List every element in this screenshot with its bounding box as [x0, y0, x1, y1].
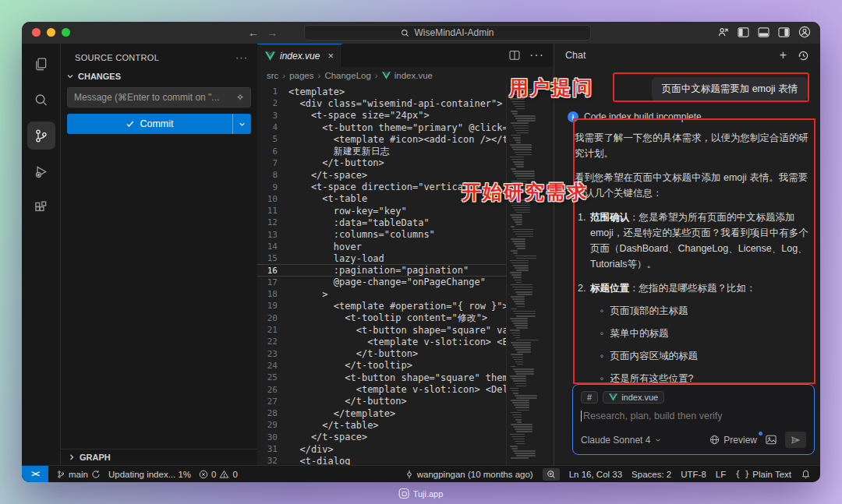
new-chat-icon[interactable]: +	[780, 49, 787, 62]
split-editor-icon[interactable]	[509, 51, 520, 60]
watermark-text: Tuji.app	[413, 489, 444, 499]
changes-label: CHANGES	[78, 72, 121, 81]
branch-item[interactable]: main	[56, 470, 101, 479]
minimize-window-button[interactable]	[47, 28, 55, 37]
code-line[interactable]: 4 <t-button theme="primary" @click="visi…	[257, 122, 506, 133]
commit-button[interactable]: Commit	[67, 114, 251, 134]
notifications-bell-icon[interactable]	[801, 469, 811, 479]
eol-sequence[interactable]: LF	[716, 470, 726, 479]
code-line[interactable]: 29 </t-table>	[257, 419, 506, 431]
code-line[interactable]: 5 <template #icon><add-icon /></template	[257, 133, 506, 145]
code-line[interactable]: 31 </div>	[257, 443, 506, 455]
annotation-user-question-label: 用户提问	[509, 75, 593, 100]
explorer-icon[interactable]	[27, 50, 55, 78]
editor-more-actions-icon[interactable]: ···	[529, 48, 544, 62]
toggle-sidebar-icon[interactable]	[738, 27, 749, 37]
minimap[interactable]	[506, 83, 543, 465]
model-name: Claude Sonnet 4	[581, 435, 650, 446]
navigate-back-icon[interactable]: ←	[248, 26, 259, 40]
tab-bar: index.vue × ···	[257, 44, 554, 67]
chat-history-icon[interactable]	[798, 50, 809, 62]
chat-input-box[interactable]: #index.vue Research, plan, build then ve…	[572, 384, 815, 455]
code-line[interactable]: 30 </t-space>	[257, 432, 506, 443]
code-line[interactable]: 1<template>	[257, 86, 506, 97]
line-number: 6	[257, 146, 288, 157]
preview-button[interactable]: Preview	[709, 435, 757, 446]
chat-input-placeholder[interactable]: Research, plan, build then verify	[583, 411, 723, 421]
breadcrumb-file[interactable]: index.vue	[394, 71, 433, 80]
code-line[interactable]: 2 <div class="wisemind-api-container">	[257, 97, 506, 109]
account-icon[interactable]	[798, 26, 811, 38]
code-line[interactable]: 28 </template>	[257, 407, 506, 419]
toggle-secondary-sidebar-icon[interactable]	[778, 27, 790, 37]
commit-message-placeholder: Message (⌘Enter to commit on "...	[74, 92, 236, 103]
attach-image-icon[interactable]	[766, 435, 777, 445]
close-window-button[interactable]	[32, 28, 41, 37]
code-line[interactable]: 20 <t-tooltip content="修改">	[257, 312, 506, 324]
code-line[interactable]: 3 <t-space size="24px">	[257, 110, 506, 122]
language-mode[interactable]: { } Plain Text	[735, 470, 791, 479]
model-selector[interactable]: Claude Sonnet 4	[581, 435, 662, 446]
code-line[interactable]: 24 </t-tooltip>	[257, 360, 506, 372]
commit-dropdown-button[interactable]	[232, 114, 251, 134]
code-text: <t-dialog	[288, 456, 350, 465]
warnings-count: 0	[232, 470, 237, 479]
zoom-window-button[interactable]	[62, 28, 70, 37]
commit-message-input[interactable]: Message (⌘Enter to commit on "... ✧	[67, 87, 251, 107]
context-chip[interactable]: index.vue	[603, 391, 664, 404]
remote-indicator[interactable]: ><	[22, 466, 48, 482]
vue-icon	[265, 51, 275, 61]
breadcrumb-pages[interactable]: pages	[289, 71, 313, 80]
source-control-icon[interactable]	[27, 122, 55, 150]
code-lines[interactable]: 1<template>2 <div class="wisemind-api-co…	[257, 83, 506, 465]
navigate-forward-icon[interactable]: →	[267, 26, 278, 40]
code-text: </t-table>	[288, 420, 379, 431]
toggle-panel-icon[interactable]	[758, 27, 769, 37]
graph-section-header[interactable]: GRAPH	[61, 449, 257, 465]
cursor-position[interactable]: Ln 16, Col 33	[569, 470, 622, 479]
changes-section-header[interactable]: CHANGES	[61, 69, 257, 86]
indexing-status[interactable]: Updating index... 1%	[108, 470, 191, 479]
command-center-search[interactable]: WiseMindAI-Admin	[304, 25, 591, 41]
zoom-indicator[interactable]	[543, 468, 560, 481]
send-button[interactable]	[785, 432, 806, 448]
profile-arrow-icon[interactable]	[717, 26, 729, 38]
code-line[interactable]: 26 <template v-slot:icon> <DeleteIco	[257, 383, 506, 395]
code-line[interactable]: 32 <t-dialog	[257, 455, 506, 465]
code-line[interactable]: 6 新建更新日志	[257, 145, 506, 157]
search-sidebar-icon[interactable]	[27, 86, 55, 114]
git-blame-item[interactable]: wangpingan (10 months ago)	[405, 470, 533, 479]
code-line[interactable]: 14 hover	[257, 241, 506, 252]
code-text: <template #operation="{ row }">	[288, 301, 506, 312]
breadcrumb-src[interactable]: src	[267, 71, 278, 80]
code-line[interactable]: 25 <t-button shape="square" theme="dang	[257, 372, 506, 383]
run-debug-icon[interactable]	[27, 157, 55, 185]
editor-scrollbar[interactable]	[543, 83, 554, 465]
context-chip[interactable]: #	[581, 391, 598, 404]
code-line[interactable]: 15 lazy-load	[257, 252, 506, 264]
code-line[interactable]: 11 row-key="key"	[257, 205, 506, 217]
more-actions-icon[interactable]: ···	[235, 51, 248, 63]
code-line[interactable]: 21 <t-button shape="square" variant='	[257, 324, 506, 336]
extensions-icon[interactable]	[27, 193, 55, 221]
code-line[interactable]: 19 <template #operation="{ row }">	[257, 300, 506, 312]
sparkle-icon[interactable]: ✧	[236, 92, 244, 103]
indentation[interactable]: Spaces: 2	[632, 470, 671, 479]
code-line[interactable]: 17 @page-change="onPageChange"	[257, 277, 506, 288]
problems-item[interactable]: 0 0	[199, 470, 238, 479]
close-tab-icon[interactable]: ×	[327, 50, 334, 62]
breadcrumb-changelog[interactable]: ChangeLog	[324, 71, 370, 80]
code-line[interactable]: 13 :columns="columns"	[257, 229, 506, 241]
code-line[interactable]: 18 >	[257, 288, 506, 300]
code-line[interactable]: 27 </t-button>	[257, 396, 506, 407]
code-line[interactable]: 22 <template v-slot:icon> <Edit2Ic	[257, 336, 506, 347]
code-line[interactable]: 7 </t-button>	[257, 157, 506, 169]
code-line[interactable]: 12 :data="tableData"	[257, 217, 506, 228]
encoding[interactable]: UTF-8	[681, 470, 706, 479]
line-number: 21	[257, 325, 288, 335]
tab-index-vue[interactable]: index.vue ×	[257, 44, 342, 67]
code-line[interactable]: 16 :pagination="pagination"	[257, 264, 506, 276]
line-number: 8	[257, 170, 288, 180]
sync-icon	[91, 470, 101, 479]
code-line[interactable]: 23 </t-button>	[257, 348, 506, 360]
